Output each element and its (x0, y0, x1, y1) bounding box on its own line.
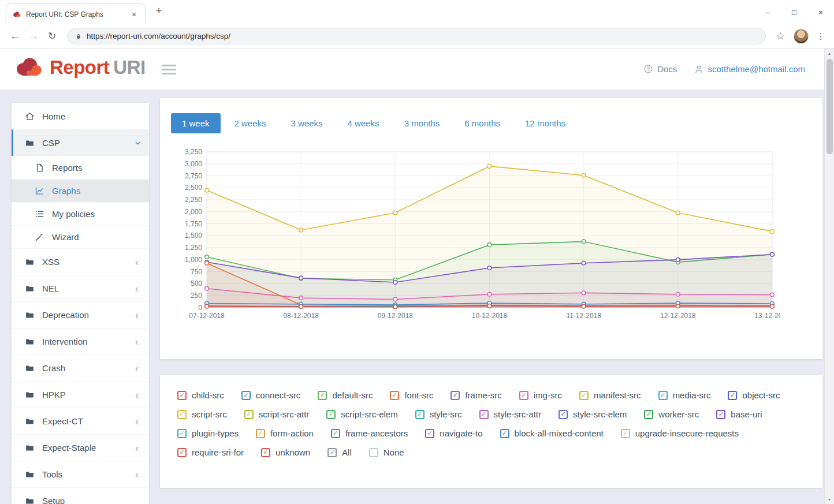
sidebar-item-wizard[interactable]: Wizard (12, 225, 149, 248)
sidebar-item-tools[interactable]: Tools‹ (12, 461, 149, 487)
checkbox-checked-icon[interactable]: ✓ (716, 410, 725, 419)
checkbox-checked-icon[interactable]: ✓ (415, 410, 425, 419)
menu-toggle-icon[interactable] (162, 65, 176, 77)
checkbox-unchecked-icon[interactable] (369, 448, 378, 457)
sidebar-item-crash[interactable]: Crash‹ (12, 354, 149, 381)
sidebar-item-reports[interactable]: Reports (12, 156, 149, 179)
sidebar-item-deprecation[interactable]: Deprecation‹ (12, 301, 149, 328)
docs-link[interactable]: Docs (643, 64, 677, 74)
range-tab-4-weeks[interactable]: 4 weeks (337, 113, 390, 133)
legend-checkbox-block-all-mixed-content[interactable]: ✓block-all-mixed-content (500, 428, 604, 438)
legend-checkbox-worker-src[interactable]: ✓worker-src (644, 409, 699, 419)
tab-close-icon[interactable]: × (129, 10, 139, 19)
legend-checkbox-navigate-to[interactable]: ✓navigate-to (425, 428, 482, 438)
sidebar-nav: HomeCSP‹ReportsGraphsMy policiesWizardXS… (12, 103, 149, 504)
legend-checkbox-upgrade-insecure-requests[interactable]: ✓upgrade-insecure-requests (621, 428, 739, 438)
checkbox-checked-icon[interactable]: ✓ (331, 429, 340, 438)
scroll-thumb[interactable] (826, 59, 833, 154)
minimize-button[interactable]: – (754, 0, 781, 24)
checkbox-checked-icon[interactable]: ✓ (177, 448, 187, 457)
url-field[interactable]: https://report-uri.com/account/graphs/cs… (67, 28, 766, 44)
browser-menu-icon[interactable]: ⋮ (814, 31, 827, 42)
sidebar-item-graphs[interactable]: Graphs (12, 179, 149, 202)
legend-checkbox-all[interactable]: ✓All (327, 447, 352, 457)
sidebar-item-expect-staple[interactable]: Expect-Staple‹ (12, 434, 149, 461)
sidebar-item-home[interactable]: Home (12, 103, 149, 129)
range-tab-12-months[interactable]: 12 months (514, 113, 576, 133)
legend-checkbox-style-src-attr[interactable]: ✓style-src-attr (479, 409, 542, 419)
profile-avatar[interactable] (794, 29, 809, 44)
sidebar-item-expect-ct[interactable]: Expect-CT‹ (12, 408, 149, 434)
checkbox-checked-icon[interactable]: ✓ (621, 429, 630, 438)
checkbox-checked-icon[interactable]: ✓ (177, 429, 187, 438)
legend-checkbox-media-src[interactable]: ✓media-src (658, 390, 711, 400)
range-tab-3-weeks[interactable]: 3 weeks (280, 113, 334, 133)
checkbox-checked-icon[interactable]: ✓ (450, 391, 460, 400)
refresh-button[interactable]: ↻ (44, 30, 60, 42)
maximize-button[interactable]: □ (781, 0, 807, 24)
legend-checkbox-script-src-elem[interactable]: ✓script-src-elem (326, 409, 397, 419)
legend-checkbox-frame-src[interactable]: ✓frame-src (450, 390, 501, 400)
sidebar-item-setup[interactable]: Setup (12, 487, 149, 504)
checkbox-checked-icon[interactable]: ✓ (256, 429, 265, 438)
legend-checkbox-script-src[interactable]: ✓script-src (177, 409, 227, 419)
checkbox-checked-icon[interactable]: ✓ (579, 391, 589, 400)
sidebar-item-xss[interactable]: XSS‹ (12, 248, 149, 275)
checkbox-checked-icon[interactable]: ✓ (658, 391, 668, 400)
range-tab-1-week[interactable]: 1 week (171, 113, 221, 133)
checkbox-checked-icon[interactable]: ✓ (728, 391, 737, 400)
legend-checkbox-connect-src[interactable]: ✓connect-src (241, 390, 301, 400)
checkbox-checked-icon[interactable]: ✓ (318, 391, 327, 400)
checkbox-checked-icon[interactable]: ✓ (261, 448, 270, 457)
legend-checkbox-frame-ancestors[interactable]: ✓frame-ancestors (331, 428, 408, 438)
checkbox-checked-icon[interactable]: ✓ (479, 410, 489, 419)
checkbox-checked-icon[interactable]: ✓ (241, 391, 251, 400)
legend-checkbox-form-action[interactable]: ✓form-action (256, 428, 314, 438)
page-scrollbar[interactable]: ▲ ▼ (824, 48, 834, 504)
legend-checkbox-object-src[interactable]: ✓object-src (728, 390, 780, 400)
legend-checkbox-default-src[interactable]: ✓default-src (318, 390, 373, 400)
sidebar-item-hpkp[interactable]: HPKP‹ (12, 381, 149, 408)
sidebar-item-csp[interactable]: CSP‹ (12, 129, 149, 156)
legend-checkbox-require-sri-for[interactable]: ✓require-sri-for (177, 447, 244, 457)
checkbox-checked-icon[interactable]: ✓ (177, 391, 187, 400)
folder-icon (25, 138, 35, 148)
scroll-down-icon[interactable]: ▼ (825, 495, 834, 504)
legend-checkbox-child-src[interactable]: ✓child-src (177, 390, 224, 400)
checkbox-checked-icon[interactable]: ✓ (644, 410, 653, 419)
legend-checkbox-style-src[interactable]: ✓style-src (415, 409, 462, 419)
range-tab-2-weeks[interactable]: 2 weeks (224, 113, 277, 133)
app-logo[interactable]: ReportURI (13, 56, 146, 79)
legend-checkbox-plugin-types[interactable]: ✓plugin-types (177, 428, 239, 438)
close-button[interactable]: × (807, 0, 834, 24)
scroll-up-icon[interactable]: ▲ (825, 48, 834, 58)
legend-checkbox-font-src[interactable]: ✓font-src (390, 390, 433, 400)
checkbox-checked-icon[interactable]: ✓ (559, 410, 568, 419)
checkbox-checked-icon[interactable]: ✓ (390, 391, 399, 400)
range-tab-3-months[interactable]: 3 months (393, 113, 451, 133)
bookmark-star-icon[interactable]: ☆ (773, 30, 788, 42)
legend-checkbox-script-src-attr[interactable]: ✓script-src-attr (244, 409, 310, 419)
sidebar-item-nel[interactable]: NEL‹ (12, 275, 149, 301)
back-button[interactable]: ← (7, 31, 23, 42)
checkbox-checked-icon[interactable]: ✓ (326, 410, 336, 419)
sidebar-item-my-policies[interactable]: My policies (12, 202, 149, 225)
legend-checkbox-none[interactable]: None (369, 447, 404, 457)
checkbox-checked-icon[interactable]: ✓ (177, 410, 187, 419)
checkbox-checked-icon[interactable]: ✓ (244, 410, 254, 419)
checkbox-checked-icon[interactable]: ✓ (500, 429, 509, 438)
forward-button[interactable]: → (25, 31, 42, 42)
checkbox-checked-icon[interactable]: ✓ (425, 429, 434, 438)
legend-checkbox-base-uri[interactable]: ✓base-uri (716, 409, 762, 419)
checkbox-checked-icon[interactable]: ✓ (519, 391, 528, 400)
legend-checkbox-img-src[interactable]: ✓img-src (519, 390, 562, 400)
legend-checkbox-manifest-src[interactable]: ✓manifest-src (579, 390, 641, 400)
browser-tab[interactable]: Report URI: CSP Graphs × (6, 3, 146, 25)
legend-checkbox-style-src-elem[interactable]: ✓style-src-elem (559, 409, 627, 419)
range-tab-6-months[interactable]: 6 months (453, 113, 511, 133)
legend-checkbox-unknown[interactable]: ✓unknown (261, 447, 310, 457)
sidebar-item-intervention[interactable]: Intervention‹ (12, 328, 149, 354)
new-tab-button[interactable]: + (151, 5, 166, 17)
account-menu[interactable]: scotthelme@hotmail.com (694, 64, 805, 74)
checkbox-checked-icon[interactable]: ✓ (327, 448, 337, 457)
